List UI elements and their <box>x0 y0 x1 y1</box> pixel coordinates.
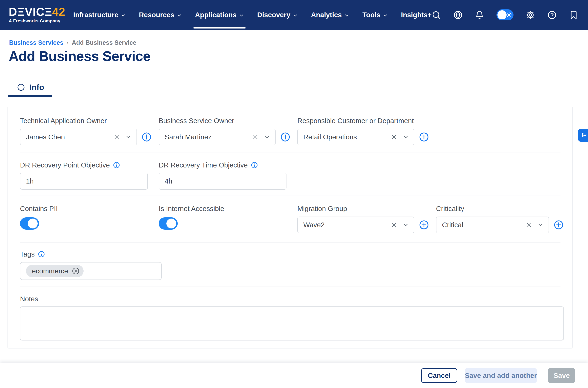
add-technical-owner-button[interactable] <box>142 132 152 142</box>
section-divider <box>20 152 561 152</box>
main-nav: Infrastructure Resources Applications Di… <box>73 0 432 30</box>
nav-item-applications[interactable]: Applications <box>195 0 244 30</box>
theme-toggle-knob <box>497 10 507 19</box>
notifications-bell-icon[interactable] <box>475 10 484 20</box>
settings-gear-icon[interactable] <box>526 10 535 20</box>
plus-circle-icon <box>280 132 290 142</box>
toggle-knob <box>166 218 176 228</box>
criticality-select[interactable]: Critical <box>436 217 549 233</box>
business-service-owner-select[interactable]: Sarah Martinez <box>159 129 276 145</box>
tags-input[interactable]: ecommerce <box>20 262 162 280</box>
form-action-bar: Cancel Save and add another Save <box>0 363 588 388</box>
chevron-down-icon[interactable] <box>402 221 409 228</box>
save-and-add-another-button[interactable]: Save and add another <box>465 368 537 383</box>
responsible-customer-label: Responsible Customer or Department <box>297 116 414 125</box>
dr-rto-label: DR Recovery Time Objective <box>159 161 248 170</box>
criticality-label: Criticality <box>436 204 464 213</box>
dr-rpo-input[interactable] <box>20 173 148 190</box>
is-internet-accessible-label: Is Internet Accessible <box>159 204 224 213</box>
logo-42: 42 <box>52 5 65 18</box>
nav-item-discovery[interactable]: Discovery <box>257 0 298 30</box>
page-title: Add Business Service <box>9 48 150 64</box>
info-icon[interactable] <box>113 162 120 169</box>
clear-icon[interactable] <box>252 134 258 140</box>
info-icon[interactable] <box>38 251 45 258</box>
nav-label: Tools <box>362 11 380 19</box>
device42-logo[interactable]: DΞVICΞ42 A Freshworks Company <box>9 6 65 24</box>
info-form-card: Technical Application Owner James Chen B… <box>7 107 573 348</box>
notes-field: Notes <box>20 294 564 340</box>
tab-info-label: Info <box>29 83 44 92</box>
breadcrumb-current: Add Business Service <box>72 39 136 46</box>
clear-icon[interactable] <box>114 134 120 140</box>
nav-item-tools[interactable]: Tools <box>362 0 388 30</box>
toggle-knob <box>28 218 38 228</box>
is-internet-accessible-toggle[interactable] <box>159 217 178 230</box>
cancel-button[interactable]: Cancel <box>421 368 457 383</box>
selected-value: Retail Operations <box>303 133 386 141</box>
responsible-customer-field: Responsible Customer or Department Retai… <box>297 116 429 145</box>
migration-group-label: Migration Group <box>297 204 347 213</box>
nav-label: Discovery <box>257 11 290 19</box>
section-divider <box>20 195 561 196</box>
breadcrumb-business-services-link[interactable]: Business Services <box>9 39 63 46</box>
bookmark-icon[interactable] <box>569 10 578 20</box>
theme-toggle[interactable] <box>496 9 513 20</box>
nav-item-insights[interactable]: Insights+ <box>401 0 432 30</box>
plus-circle-icon <box>419 132 429 142</box>
tab-info[interactable]: Info <box>8 79 56 96</box>
side-panel-tree-button[interactable] <box>578 129 588 142</box>
migration-group-select[interactable]: Wave2 <box>297 217 414 233</box>
plus-circle-icon <box>419 220 429 230</box>
remove-tag-icon[interactable] <box>72 267 80 275</box>
add-migration-group-button[interactable] <box>419 220 429 230</box>
chevron-down-icon[interactable] <box>537 221 544 228</box>
dr-rpo-label: DR Recovery Point Objective <box>20 161 110 170</box>
technical-application-owner-field: Technical Application Owner James Chen <box>20 116 152 145</box>
contains-pii-field: Contains PII <box>20 204 58 230</box>
add-business-service-owner-button[interactable] <box>280 132 290 142</box>
contains-pii-toggle[interactable] <box>20 217 39 230</box>
tags-label: Tags <box>20 250 35 259</box>
clear-icon[interactable] <box>526 222 532 228</box>
responsible-customer-select[interactable]: Retail Operations <box>297 129 414 145</box>
chevron-down-icon[interactable] <box>125 134 132 140</box>
breadcrumb: Business Services › Add Business Service <box>9 39 136 46</box>
technical-application-owner-select[interactable]: James Chen <box>20 129 137 145</box>
nav-label: Infrastructure <box>73 11 119 19</box>
globe-icon[interactable] <box>453 10 462 20</box>
save-button[interactable]: Save <box>548 368 575 383</box>
contains-pii-label: Contains PII <box>20 204 58 213</box>
section-divider <box>20 286 561 287</box>
breadcrumb-separator: › <box>67 39 69 46</box>
tree-hierarchy-icon <box>581 131 588 139</box>
tag-label: ecommerce <box>32 267 68 275</box>
clear-icon[interactable] <box>391 134 397 140</box>
help-icon[interactable] <box>547 10 557 20</box>
add-customer-button[interactable] <box>419 132 429 142</box>
chevron-down-icon[interactable] <box>402 134 409 140</box>
clear-icon[interactable] <box>391 222 397 228</box>
is-internet-accessible-field: Is Internet Accessible <box>159 204 224 230</box>
notes-textarea[interactable] <box>20 306 564 340</box>
selected-value: James Chen <box>26 133 108 141</box>
top-navbar: DΞVICΞ42 A Freshworks Company Infrastruc… <box>0 0 588 30</box>
chevron-down-icon <box>293 13 298 18</box>
plus-circle-icon <box>142 132 152 142</box>
search-icon[interactable] <box>432 10 441 20</box>
add-criticality-button[interactable] <box>554 220 564 230</box>
navbar-actions: A <box>432 7 588 23</box>
chevron-down-icon <box>177 13 182 18</box>
nav-item-analytics[interactable]: Analytics <box>311 0 350 30</box>
dr-rto-input[interactable] <box>159 173 286 190</box>
business-service-owner-field: Business Service Owner Sarah Martinez <box>159 116 290 145</box>
chevron-down-icon[interactable] <box>264 134 270 140</box>
technical-application-owner-label: Technical Application Owner <box>20 116 107 125</box>
info-icon[interactable] <box>251 162 258 169</box>
nav-item-infrastructure[interactable]: Infrastructure <box>73 0 126 30</box>
selected-value: Wave2 <box>303 221 386 229</box>
chevron-down-icon <box>239 13 244 18</box>
nav-item-resources[interactable]: Resources <box>139 0 182 30</box>
business-service-owner-label: Business Service Owner <box>159 116 234 125</box>
nav-label: Resources <box>139 11 174 19</box>
